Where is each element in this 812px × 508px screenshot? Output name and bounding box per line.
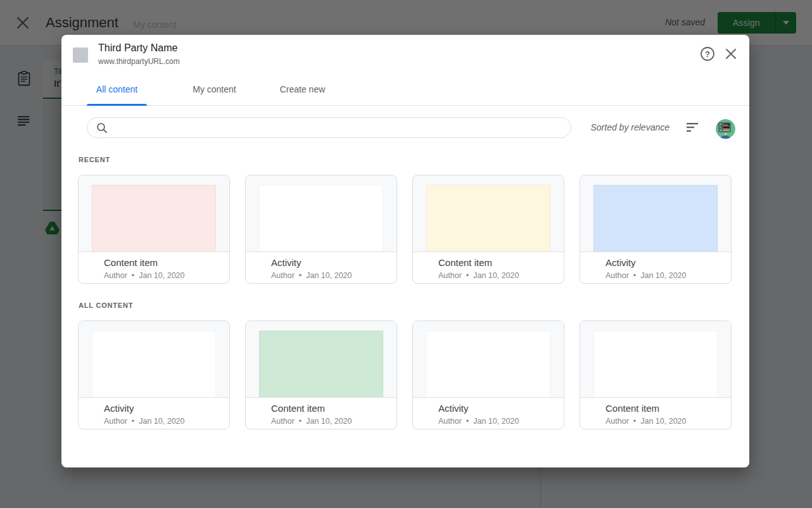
card-thumbnail [246,175,396,252]
all-content-card-row: Activity Author•Jan 10, 2020 Content ite… [78,321,732,429]
tab-my-content[interactable]: My content [190,73,239,106]
page: Assignment My content Not saved Assign T… [0,0,812,508]
card-footer: Activity Author•Jan 10, 2020 [79,398,229,429]
dialog-tabs: All content My content Create new [61,73,749,106]
meta-bullet: • [299,416,301,427]
card-title: Content item [271,402,389,415]
close-dialog-icon[interactable] [725,48,737,60]
content-picker-dialog: Third Party Name www.thirdpartyURL.com ?… [61,35,749,467]
content-card[interactable]: Activity Author•Jan 10, 2020 [245,175,397,284]
card-footer: Content item Author•Jan 10, 2020 [580,398,731,429]
card-footer: Activity Author•Jan 10, 2020 [246,252,396,284]
card-footer: Content item Author•Jan 10, 2020 [79,252,229,284]
card-thumbnail [79,321,229,398]
card-thumbnail [246,321,396,398]
card-meta: Author•Jan 10, 2020 [606,270,723,281]
dialog-toolbar: Sorted by relevance [61,117,749,138]
svg-text:?: ? [705,49,710,59]
card-title: Content item [606,402,723,415]
content-card[interactable]: Activity Author•Jan 10, 2020 [580,175,732,284]
tab-all-content[interactable]: All content [87,73,147,106]
card-meta: Author•Jan 10, 2020 [438,416,556,427]
dialog-header: Third Party Name www.thirdpartyURL.com ? [61,35,749,73]
meta-bullet: • [299,270,301,281]
card-thumbnail [79,175,229,252]
card-thumbnail [413,175,564,252]
dialog-url: www.thirdpartyURL.com [98,56,180,67]
content-card[interactable]: Activity Author•Jan 10, 2020 [78,321,230,429]
card-meta: Author•Jan 10, 2020 [271,270,389,281]
card-thumbnail [413,321,564,398]
sort-icon[interactable] [687,123,699,132]
card-footer: Content item Author•Jan 10, 2020 [246,398,396,429]
meta-bullet: • [466,416,469,427]
card-title: Content item [438,257,556,269]
content-card[interactable]: Content item Author•Jan 10, 2020 [580,321,732,429]
card-footer: Content item Author•Jan 10, 2020 [413,252,564,284]
card-title: Activity [606,257,723,269]
card-meta: Author•Jan 10, 2020 [271,416,389,427]
content-card[interactable]: Activity Author•Jan 10, 2020 [412,321,564,429]
section-label-all-content: ALL CONTENT [79,302,133,309]
dialog-title: Third Party Name [98,41,177,55]
meta-bullet: • [132,270,134,281]
card-thumbnail [580,321,731,398]
meta-bullet: • [466,270,469,281]
card-footer: Activity Author•Jan 10, 2020 [580,252,731,284]
card-title: Content item [104,257,222,269]
search-icon [96,122,108,134]
card-title: Activity [438,402,556,415]
list-view-icon[interactable] [718,121,731,134]
sort-status-label: Sorted by relevance [590,122,669,132]
card-title: Activity [104,402,222,415]
meta-bullet: • [633,270,636,281]
meta-bullet: • [132,416,134,427]
content-card[interactable]: Content item Author•Jan 10, 2020 [245,321,397,429]
content-card[interactable]: Content item Author•Jan 10, 2020 [412,175,564,284]
card-title: Activity [271,257,389,269]
search-input[interactable] [87,117,571,138]
card-meta: Author•Jan 10, 2020 [438,270,556,281]
tab-create-new[interactable]: Create new [278,73,327,106]
card-meta: Author•Jan 10, 2020 [104,270,222,281]
card-thumbnail [580,175,731,252]
card-meta: Author•Jan 10, 2020 [104,416,222,427]
section-label-recent: RECENT [79,156,110,163]
meta-bullet: • [633,416,636,427]
card-meta: Author•Jan 10, 2020 [606,416,723,427]
recent-card-row: Content item Author•Jan 10, 2020 Activit… [78,175,732,284]
content-card[interactable]: Content item Author•Jan 10, 2020 [78,175,230,284]
help-icon[interactable]: ? [700,46,715,61]
third-party-app-icon [73,48,88,63]
card-footer: Activity Author•Jan 10, 2020 [413,398,564,429]
